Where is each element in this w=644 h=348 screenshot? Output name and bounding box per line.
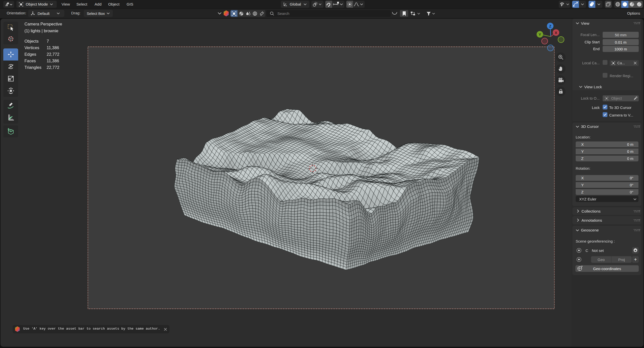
svg-text:Z: Z xyxy=(549,24,551,28)
svg-text:X: X xyxy=(555,31,557,35)
svg-text:Y: Y xyxy=(539,32,541,37)
